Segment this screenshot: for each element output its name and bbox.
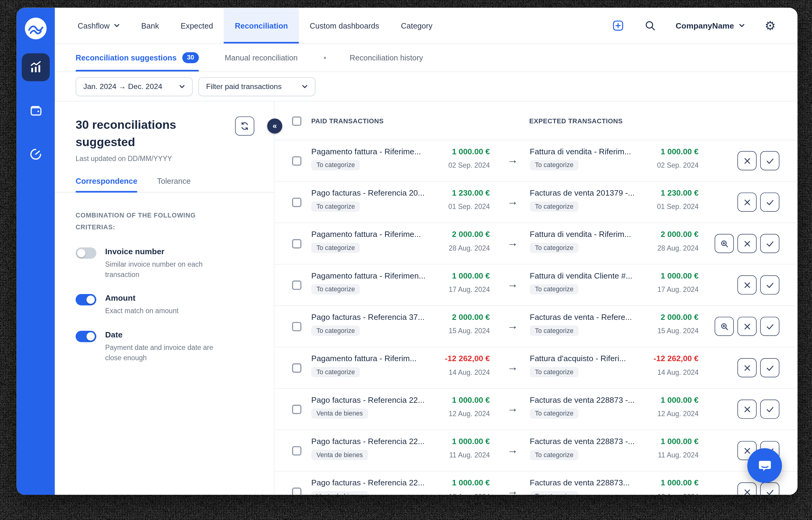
reject-match-button[interactable]	[738, 192, 757, 212]
expected-category-badge[interactable]: To categorize	[530, 201, 579, 212]
amount-toggle[interactable]	[76, 294, 96, 306]
paid-transaction: Pagamento fattura - Riferime... 2 000.00…	[311, 230, 490, 253]
criterion-label: Amount	[105, 294, 179, 303]
paid-category-badge[interactable]: To categorize	[311, 284, 360, 295]
inspect-match-button[interactable]	[715, 234, 734, 253]
expected-category-badge[interactable]: To categorize	[530, 326, 579, 336]
refresh-button[interactable]	[235, 116, 254, 135]
expected-category-badge[interactable]: To categorize	[530, 160, 579, 171]
expected-category-badge[interactable]: To categorize	[530, 367, 579, 377]
paid-date: 10 Aug. 2024	[449, 492, 490, 495]
close-icon	[742, 487, 752, 495]
nav-item-expected[interactable]: Expected	[170, 8, 224, 44]
accept-match-button[interactable]	[760, 358, 780, 377]
accept-match-button[interactable]	[760, 317, 780, 336]
reconciliation-row: Pago facturas - Referencia 22... 1 000.0…	[274, 430, 797, 471]
expected-date: 02 Sep. 2024	[657, 161, 699, 169]
select-all-checkbox[interactable]	[292, 116, 302, 126]
collapse-panel-button[interactable]: «	[267, 119, 282, 133]
paid-category-badge[interactable]: To categorize	[311, 367, 360, 377]
paid-date: 12 Aug. 2024	[449, 410, 490, 418]
sidebar-item-analytics[interactable]	[22, 53, 50, 81]
expected-category-badge[interactable]: To categorize	[530, 284, 579, 295]
date-range-dropdown[interactable]: Jan. 2024 → Dec. 2024	[76, 77, 193, 96]
accept-match-button[interactable]	[760, 151, 780, 171]
row-checkbox[interactable]	[292, 446, 302, 456]
app-logo[interactable]	[24, 17, 47, 41]
paid-category-badge[interactable]: Venta de bienes	[311, 409, 368, 419]
tab-reconciliation-suggestions[interactable]: Reconciliation suggestions 30	[76, 44, 199, 71]
accept-match-button[interactable]	[760, 234, 780, 253]
paid-date: 01 Sep. 2024	[448, 203, 490, 210]
nav-item-bank[interactable]: Bank	[130, 8, 170, 44]
reject-match-button[interactable]	[738, 317, 757, 336]
expected-title: Facturas de venta 228873 -...	[530, 395, 656, 405]
nav-item-reconciliation[interactable]: Reconciliation	[224, 8, 299, 44]
reconciliation-row: Pagamento fattura - Riferimen... 1 000.0…	[274, 264, 797, 306]
row-checkbox[interactable]	[292, 281, 302, 290]
row-actions	[738, 482, 780, 495]
add-widget-button[interactable]	[611, 19, 625, 32]
row-checkbox[interactable]	[292, 363, 302, 373]
tab-tolerance[interactable]: Tolerance	[157, 177, 191, 192]
date-toggle[interactable]	[76, 331, 96, 342]
sidebar-item-wallet[interactable]	[22, 97, 50, 125]
match-arrow-icon: →	[506, 154, 519, 166]
row-checkbox[interactable]	[292, 198, 302, 207]
paid-category-badge[interactable]: To categorize	[311, 201, 360, 212]
tab-manual-reconciliation[interactable]: Manual reconciliation	[225, 44, 298, 71]
match-arrow-icon: →	[506, 361, 519, 373]
paid-category-badge[interactable]: Venta de bienes	[311, 491, 368, 495]
paid-amount: 1 000.00 €	[452, 147, 490, 156]
reject-match-button[interactable]	[738, 151, 757, 171]
company-selector[interactable]: CompanyName	[676, 21, 745, 30]
accept-match-button[interactable]	[760, 276, 780, 295]
expected-line1: Facturas de venta 228873 -... 1 000.00 €	[530, 437, 699, 446]
criterion-description: Similar invoice number on each transacti…	[105, 259, 225, 280]
paid-category-badge[interactable]: To categorize	[311, 326, 360, 336]
tab-reconciliation-history[interactable]: Reconciliation history	[350, 44, 423, 71]
search-button[interactable]	[644, 20, 656, 32]
reject-match-button[interactable]	[738, 234, 757, 253]
nav-item-custom-dashboards[interactable]: Custom dashboards	[299, 8, 390, 44]
reject-match-button[interactable]	[738, 276, 757, 295]
reject-match-button[interactable]	[738, 400, 757, 419]
expected-line2: To categorize 01 Sep. 2024	[530, 201, 699, 212]
accept-match-button[interactable]	[760, 192, 780, 212]
tab-correspondence[interactable]: Correspondence	[76, 177, 137, 192]
expected-category-badge[interactable]: To categorize	[530, 491, 579, 495]
expected-category-badge[interactable]: To categorize	[530, 409, 579, 419]
reject-match-button[interactable]	[738, 482, 757, 495]
reject-match-button[interactable]	[738, 358, 757, 377]
screen: Cashflow Bank Expected Reconciliation Cu…	[0, 0, 812, 520]
criterion-text: Amount Exact match on amount	[105, 294, 179, 316]
nav-item-cashflow[interactable]: Cashflow	[67, 8, 130, 44]
criterion-date: Date Payment date and invoice date are c…	[76, 330, 253, 363]
tab-label: Reconciliation suggestions	[76, 53, 177, 62]
paid-category-badge[interactable]: To categorize	[311, 243, 360, 253]
paid-transaction: Pagamento fattura - Riferime... 1 000.00…	[311, 147, 490, 171]
paid-category-badge[interactable]: Venta de bienes	[311, 450, 368, 460]
row-checkbox[interactable]	[292, 488, 302, 495]
row-checkbox[interactable]	[292, 322, 302, 331]
paid-title: Pagamento fattura - Riferim...	[311, 354, 440, 364]
paid-transaction: Pago facturas - Referencia 22... 1 000.0…	[311, 437, 490, 460]
accept-match-button[interactable]	[760, 482, 780, 495]
close-icon	[742, 363, 752, 372]
paid-line1: Pago facturas - Referencia 22... 1 000.0…	[311, 437, 490, 446]
chat-support-button[interactable]	[747, 448, 782, 483]
settings-button[interactable]: ⚙	[765, 20, 776, 32]
sidebar-item-forecast[interactable]	[22, 140, 50, 168]
row-checkbox[interactable]	[292, 239, 302, 249]
expected-category-badge[interactable]: To categorize	[530, 450, 579, 460]
row-checkbox[interactable]	[292, 156, 302, 166]
row-checkbox[interactable]	[292, 405, 302, 414]
inspect-match-button[interactable]	[715, 317, 734, 336]
expected-category-badge[interactable]: To categorize	[530, 243, 579, 253]
paid-transactions-filter-dropdown[interactable]: Filter paid transactions	[199, 77, 315, 96]
paid-category-badge[interactable]: To categorize	[311, 160, 360, 171]
reconciliation-row: Pagamento fattura - Riferim... -12 262,0…	[274, 347, 797, 389]
nav-item-category[interactable]: Category	[390, 8, 443, 44]
invoice-number-toggle[interactable]	[76, 248, 96, 259]
accept-match-button[interactable]	[760, 400, 780, 419]
